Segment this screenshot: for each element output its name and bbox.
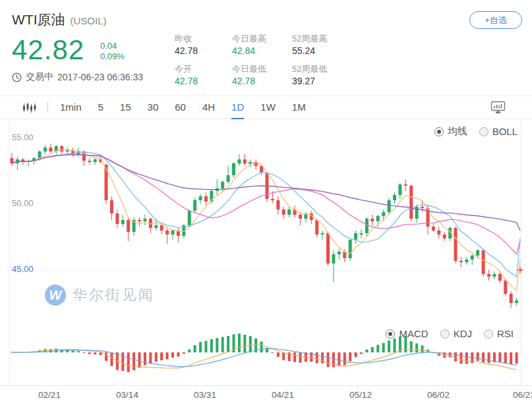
stat-label: 52周最低 — [292, 63, 327, 75]
radio-label: BOLL — [492, 126, 517, 137]
indicator-radio-kdj[interactable]: KDJ — [440, 328, 472, 339]
ticker-symbol: (USOIL) — [70, 15, 106, 26]
overlay-radio-均线[interactable]: 均线 — [434, 125, 467, 138]
price-chart[interactable]: 55.00 50.00 45.00 均线BOLL MACDKDJRSI W 华尔… — [0, 120, 532, 386]
quote-header: WTI原油 (USOIL) 42.82 0.04 0.09% 交易中 2017-… — [0, 0, 532, 96]
candlestick-canvas[interactable] — [0, 120, 532, 386]
interval-tab-4h[interactable]: 4H — [202, 96, 215, 119]
x-axis-labels: 02/2103/1403/3104/2105/1206/0206/23 — [0, 390, 532, 406]
indicator-selector: MACDKDJRSI — [386, 328, 514, 339]
interval-toolbar: 1min51530604H1D1W1M — [0, 96, 532, 119]
stat-label: 今日最低 — [232, 63, 266, 75]
stock-detail-page: WTI原油 (USOIL) 42.82 0.04 0.09% 交易中 2017-… — [0, 0, 532, 413]
interval-tabs: 1min51530604H1D1W1M — [60, 96, 322, 119]
overlay-selector: 均线BOLL — [434, 125, 517, 138]
price-change-percent: 0.09% — [100, 51, 125, 62]
stat-item: 昨收42.78 — [175, 33, 198, 57]
interval-tab-30[interactable]: 30 — [148, 96, 159, 119]
interval-tab-1min[interactable]: 1min — [60, 96, 82, 119]
y-axis-label-50: 50.00 — [12, 198, 34, 208]
stat-label: 今开 — [175, 63, 198, 75]
radio-label: MACD — [399, 328, 428, 339]
radio-label: RSI — [497, 328, 514, 339]
x-axis-label: 03/14 — [116, 390, 138, 400]
y-axis-label-45: 45.00 — [12, 264, 34, 274]
interval-tab-5[interactable]: 5 — [98, 96, 103, 119]
clock-icon — [12, 72, 22, 82]
stat-value: 42.78 — [232, 75, 266, 88]
stat-item: 今日最高42.84 — [232, 33, 266, 57]
trading-status-row: 交易中 2017-06-23 06:36:33 — [12, 71, 143, 83]
title-row: WTI原油 (USOIL) — [12, 11, 107, 29]
radio-label: 均线 — [448, 125, 467, 138]
x-axis-label: 06/02 — [427, 390, 450, 400]
stat-item: 今开42.78 — [175, 63, 198, 88]
stat-value: 42.78 — [175, 45, 198, 57]
price-change-box: 0.04 0.09% — [100, 41, 125, 62]
fullscreen-chart-icon[interactable] — [490, 101, 506, 117]
watermark-text: 华尔街见闻 — [73, 285, 155, 305]
add-watchlist-button[interactable]: +自选 — [469, 11, 522, 29]
quote-timestamp: 2017-06-23 06:36:33 — [57, 72, 143, 82]
radio-icon — [386, 329, 395, 339]
radio-label: KDJ — [454, 328, 472, 339]
overlay-radio-boll[interactable]: BOLL — [479, 126, 517, 137]
last-price: 42.82 — [12, 34, 84, 66]
toolbar-divider — [47, 102, 48, 113]
wallstreetcn-logo-icon: W — [45, 285, 66, 306]
x-axis-label: 02/21 — [38, 390, 61, 400]
stat-item: 52周最高55.24 — [292, 33, 327, 57]
interval-tab-60[interactable]: 60 — [175, 96, 186, 119]
x-axis-label: 04/21 — [272, 390, 294, 400]
x-axis-label: 06/23 — [513, 390, 532, 400]
radio-icon — [440, 329, 450, 339]
y-axis-label-55: 55.00 — [12, 132, 34, 142]
watermark: W 华尔街见闻 — [45, 285, 155, 306]
stat-value: 42.78 — [175, 75, 198, 88]
interval-tab-1m[interactable]: 1M — [292, 96, 306, 119]
stat-label: 今日最高 — [232, 33, 266, 45]
stat-item: 今日最低42.78 — [232, 63, 266, 88]
stat-label: 昨收 — [175, 33, 198, 45]
page-title: WTI原油 — [12, 11, 65, 29]
radio-icon — [434, 127, 444, 136]
stat-value: 39.27 — [292, 75, 327, 88]
trading-status: 交易中 — [26, 71, 53, 83]
stat-item: 52周最低39.27 — [292, 63, 327, 88]
interval-tab-1d[interactable]: 1D — [231, 96, 244, 119]
radio-icon — [479, 127, 488, 136]
indicator-radio-macd[interactable]: MACD — [386, 328, 428, 339]
candlestick-chart-icon[interactable] — [22, 102, 37, 113]
x-axis-label: 05/12 — [349, 390, 372, 400]
interval-tab-1w[interactable]: 1W — [260, 96, 276, 119]
indicator-radio-rsi[interactable]: RSI — [484, 328, 514, 339]
stat-value: 55.24 — [292, 45, 327, 57]
interval-tab-15[interactable]: 15 — [120, 96, 131, 119]
stat-value: 42.84 — [232, 45, 266, 57]
price-change: 0.04 — [100, 41, 125, 51]
stat-label: 52周最高 — [292, 33, 327, 45]
x-axis-label: 03/31 — [194, 390, 216, 400]
radio-icon — [484, 329, 493, 339]
